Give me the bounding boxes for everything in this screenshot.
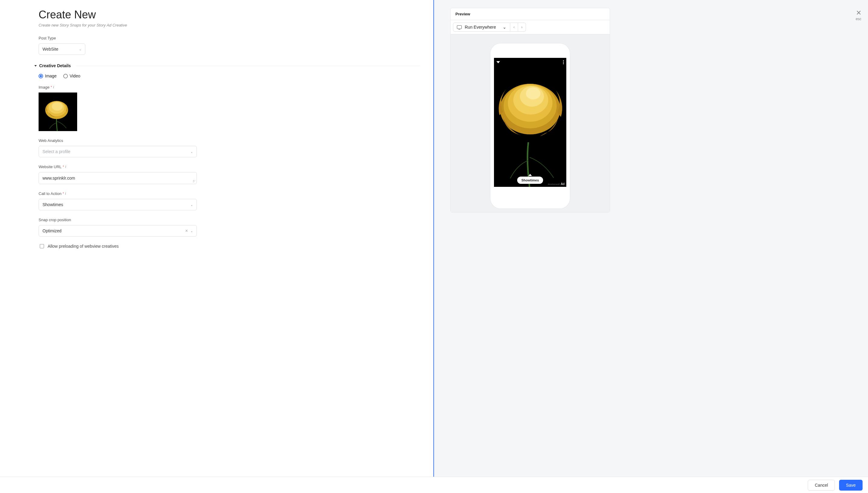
preview-card: Preview Run Everywhere ⌄ ‹ ›	[450, 8, 610, 212]
radio-video[interactable]: Video	[63, 73, 81, 78]
close-label: esc	[855, 17, 861, 21]
radio-video-label: Video	[70, 73, 81, 78]
close-icon[interactable]: ✕	[185, 229, 188, 233]
image-thumbnail[interactable]	[39, 92, 77, 131]
chevron-up-icon	[528, 174, 532, 176]
cancel-button[interactable]: Cancel	[808, 480, 835, 491]
chevron-right-icon: ›	[521, 25, 523, 29]
website-url-label: Website URL * i	[39, 165, 420, 169]
story-preview: Showtimes Brothersoft Ad	[494, 58, 566, 187]
field-image: Image * i	[39, 85, 420, 131]
web-analytics-placeholder: Select a profile	[43, 149, 70, 154]
field-post-type: Post Type WebSite ⌄	[39, 36, 420, 55]
field-web-analytics: Web Analytics Select a profile ⌄	[39, 138, 420, 157]
section-rule	[76, 66, 420, 66]
cta-select[interactable]: Showtimes ⌄	[39, 199, 197, 210]
more-icon[interactable]	[563, 60, 564, 65]
section-title: Creative Details	[39, 63, 71, 68]
page-title: Create New	[39, 8, 420, 21]
post-type-select[interactable]: WebSite ⌄	[39, 43, 85, 55]
checkbox-icon[interactable]	[40, 244, 44, 248]
required-asterisk: *	[51, 86, 52, 89]
preview-toolbar: Run Everywhere ⌄ ‹ ›	[451, 20, 610, 34]
snap-crop-label: Snap crop position	[39, 218, 420, 222]
media-type-radios: Image Video	[39, 73, 420, 78]
website-url-value: www.sprinklr.com	[43, 176, 75, 180]
post-type-value: WebSite	[43, 47, 59, 51]
close-button[interactable]: ✕ esc	[855, 9, 861, 21]
svg-point-11	[526, 87, 540, 100]
image-label: Image * i	[39, 85, 420, 89]
footer-bar: Cancel Save	[0, 477, 868, 493]
required-asterisk: *	[63, 166, 64, 168]
preview-panel: ✕ esc Preview Run Everywhere ⌄ ‹ ›	[434, 0, 868, 493]
preview-next-button[interactable]: ›	[518, 23, 526, 31]
snap-crop-select[interactable]: Optimized ✕ ⌄	[39, 225, 197, 237]
field-cta: Call to Action * i Showtimes ⌄	[39, 191, 420, 210]
radio-off-icon	[63, 74, 68, 78]
cta-pill[interactable]: Showtimes	[517, 177, 543, 184]
page-subtitle: Create new Story Snaps for your Story Ad…	[39, 23, 420, 27]
radio-on-icon	[39, 74, 43, 78]
section-creative-details[interactable]: Creative Details	[39, 63, 420, 68]
device-select[interactable]: Run Everywhere ⌄	[453, 23, 510, 31]
cta-value: Showtimes	[43, 202, 63, 207]
chevron-down-icon: ⌄	[191, 203, 193, 207]
monitor-icon	[457, 25, 462, 29]
chevron-left-icon: ‹	[514, 25, 515, 29]
snap-crop-value: Optimized	[43, 229, 62, 233]
story-image	[494, 58, 566, 187]
post-type-label: Post Type	[39, 36, 420, 40]
web-analytics-select[interactable]: Select a profile ⌄	[39, 146, 197, 157]
preload-checkbox-row[interactable]: Allow preloading of webview creatives	[39, 244, 420, 249]
phone-frame: Showtimes Brothersoft Ad	[490, 43, 570, 209]
info-icon[interactable]: i	[65, 191, 66, 196]
svg-point-4	[52, 102, 63, 111]
preload-checkbox-label: Allow preloading of webview creatives	[48, 244, 119, 249]
close-icon: ✕	[855, 9, 861, 16]
caret-down-icon	[34, 65, 37, 67]
preview-stage: Showtimes Brothersoft Ad	[451, 34, 610, 212]
info-icon[interactable]: i	[65, 165, 66, 169]
chevron-down-icon: ⌄	[191, 150, 193, 153]
device-select-value: Run Everywhere	[465, 25, 496, 29]
story-topbar	[496, 60, 564, 65]
info-icon[interactable]: i	[53, 85, 54, 89]
chevron-down-icon: ⌄	[503, 25, 506, 29]
website-url-input[interactable]: www.sprinklr.com	[39, 172, 197, 184]
chevron-down-icon[interactable]	[496, 61, 500, 63]
preview-header: Preview	[451, 8, 610, 20]
web-analytics-label: Web Analytics	[39, 138, 420, 143]
chevron-down-icon: ⌄	[79, 48, 81, 51]
form-panel: Create New Create new Story Snaps for yo…	[0, 0, 434, 493]
save-button[interactable]: Save	[839, 480, 863, 491]
chevron-down-icon: ⌄	[191, 229, 193, 233]
ad-tag: Ad	[561, 182, 564, 186]
radio-image-label: Image	[45, 73, 57, 78]
preview-prev-button[interactable]: ‹	[510, 23, 518, 31]
field-snap-crop: Snap crop position Optimized ✕ ⌄	[39, 218, 420, 237]
radio-image[interactable]: Image	[39, 73, 57, 78]
cta-label: Call to Action * i	[39, 191, 420, 196]
field-website-url: Website URL * i www.sprinklr.com	[39, 165, 420, 184]
required-asterisk: *	[63, 192, 64, 195]
watermark-text: Brothersoft	[548, 183, 560, 186]
